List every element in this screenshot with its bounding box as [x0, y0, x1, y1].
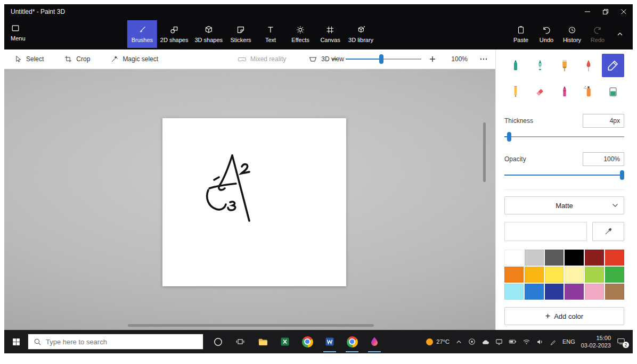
- chrome-button[interactable]: [296, 330, 318, 353]
- brush-oil-brush[interactable]: [553, 54, 576, 77]
- browser-button[interactable]: [341, 330, 363, 353]
- mixed-reality-button[interactable]: Mixed reality: [238, 55, 286, 64]
- tab-stickers[interactable]: Stickers: [226, 20, 256, 48]
- start-button[interactable]: [4, 330, 28, 353]
- tray-display-icon[interactable]: [495, 338, 503, 345]
- brush-watercolour[interactable]: [577, 54, 600, 77]
- magic-select-button[interactable]: Magic select: [110, 55, 158, 63]
- tab-2d-shapes[interactable]: 2D shapes: [157, 20, 192, 48]
- undo-button[interactable]: Undo: [534, 25, 559, 43]
- history-button[interactable]: History: [559, 25, 585, 43]
- tray-expand-icon[interactable]: [455, 338, 462, 345]
- palette-swatch[interactable]: [525, 267, 544, 283]
- brush-pencil[interactable]: [504, 80, 527, 103]
- collapse-ribbon-button[interactable]: [610, 20, 630, 48]
- opacity-input[interactable]: [583, 152, 624, 166]
- current-color-preview[interactable]: [504, 222, 587, 241]
- tab-effects[interactable]: Effects: [285, 20, 315, 48]
- clock[interactable]: 15:00 03-02-2023: [581, 334, 611, 350]
- palette-swatch[interactable]: [605, 267, 624, 283]
- palette-swatch[interactable]: [545, 267, 564, 283]
- zoom-slider-thumb[interactable]: [379, 54, 383, 64]
- close-button[interactable]: [615, 4, 633, 19]
- more-options-icon[interactable]: [479, 55, 488, 63]
- thickness-slider[interactable]: [504, 132, 624, 142]
- cortana-button[interactable]: [207, 330, 229, 353]
- opacity-slider-thumb[interactable]: [620, 170, 624, 180]
- zoom-percent[interactable]: 100%: [451, 55, 468, 63]
- thickness-slider-thumb[interactable]: [507, 132, 511, 142]
- tray-people-icon[interactable]: [468, 338, 476, 345]
- palette-swatch[interactable]: [525, 284, 544, 300]
- brush-fill[interactable]: [602, 80, 624, 103]
- redo-button[interactable]: Redo: [585, 25, 610, 43]
- material-dropdown[interactable]: Matte: [504, 196, 624, 214]
- palette-swatch[interactable]: [504, 267, 524, 283]
- tab-3d-library[interactable]: 3D library: [345, 20, 377, 48]
- language-indicator[interactable]: ENG: [562, 338, 575, 345]
- brush-marker[interactable]: [504, 54, 527, 77]
- excel-button[interactable]: [274, 330, 296, 353]
- select-button[interactable]: Select: [14, 55, 44, 63]
- tab-3d-shapes[interactable]: 3D shapes: [191, 20, 226, 48]
- drawing-canvas[interactable]: [162, 118, 346, 286]
- task-view-button[interactable]: [229, 330, 251, 353]
- brush-spray-can[interactable]: [577, 80, 600, 103]
- restore-button[interactable]: [597, 4, 615, 19]
- palette-swatch[interactable]: [565, 267, 584, 283]
- tab-text[interactable]: Text: [256, 20, 285, 48]
- palette-swatch[interactable]: [565, 284, 584, 300]
- menu-button[interactable]: Menu: [11, 23, 26, 42]
- add-color-button[interactable]: + Add color: [504, 307, 624, 325]
- palette-swatch[interactable]: [525, 250, 544, 266]
- tray-wifi-icon[interactable]: [522, 338, 530, 345]
- paste-button[interactable]: Paste: [508, 25, 534, 43]
- palette-swatch[interactable]: [504, 250, 524, 266]
- history-icon: [567, 25, 577, 35]
- brush-eraser[interactable]: [529, 80, 551, 103]
- brush-crayon[interactable]: [553, 80, 576, 103]
- thickness-input[interactable]: [583, 114, 624, 128]
- select-cursor-icon: [14, 55, 22, 63]
- zoom-out-icon[interactable]: [331, 55, 338, 63]
- brush-calligraphy-pen[interactable]: [529, 54, 551, 77]
- minimize-button[interactable]: [578, 4, 597, 19]
- eyedropper-button[interactable]: [592, 222, 624, 241]
- horizontal-scrollbar[interactable]: [128, 324, 374, 327]
- palette-swatch[interactable]: [605, 250, 624, 266]
- eyedropper-icon: [604, 227, 612, 236]
- tray-time: 15:00: [581, 334, 611, 342]
- taskbar-search[interactable]: [28, 334, 203, 350]
- pencil-icon: [509, 85, 522, 98]
- palette-swatch[interactable]: [545, 250, 564, 266]
- palette-swatch[interactable]: [565, 250, 584, 266]
- tray-onedrive-icon[interactable]: [481, 338, 489, 345]
- palette-swatch[interactable]: [585, 250, 604, 266]
- notification-button[interactable]: 2: [617, 337, 625, 346]
- tray-pen-icon[interactable]: [550, 338, 557, 345]
- search-input[interactable]: [46, 338, 198, 346]
- word-button[interactable]: [318, 330, 341, 353]
- palette-swatch[interactable]: [545, 284, 564, 300]
- thickness-row: Thickness: [504, 114, 624, 128]
- palette-swatch[interactable]: [605, 284, 624, 300]
- file-explorer-button[interactable]: [251, 330, 274, 353]
- weather-widget[interactable]: 27°C: [426, 338, 450, 345]
- window-controls: [578, 4, 633, 19]
- palette-swatch[interactable]: [585, 267, 604, 283]
- vertical-scrollbar[interactable]: [483, 122, 486, 182]
- paint3d-taskbar-button[interactable]: [363, 330, 386, 353]
- zoom-in-icon[interactable]: [429, 55, 436, 63]
- tab-brushes[interactable]: Brushes: [127, 20, 157, 48]
- palette-swatch[interactable]: [504, 284, 524, 300]
- tab-canvas[interactable]: Canvas: [315, 20, 345, 48]
- brush-pixel-pen[interactable]: [602, 54, 624, 77]
- opacity-slider[interactable]: [504, 170, 624, 180]
- zoom-slider[interactable]: [346, 54, 421, 64]
- tray-battery-icon[interactable]: [509, 338, 517, 345]
- crop-button[interactable]: Crop: [64, 55, 90, 63]
- windows-logo-icon: [12, 337, 21, 346]
- notification-badge: 2: [623, 342, 629, 348]
- palette-swatch[interactable]: [585, 284, 604, 300]
- tray-volume-icon[interactable]: [536, 338, 544, 345]
